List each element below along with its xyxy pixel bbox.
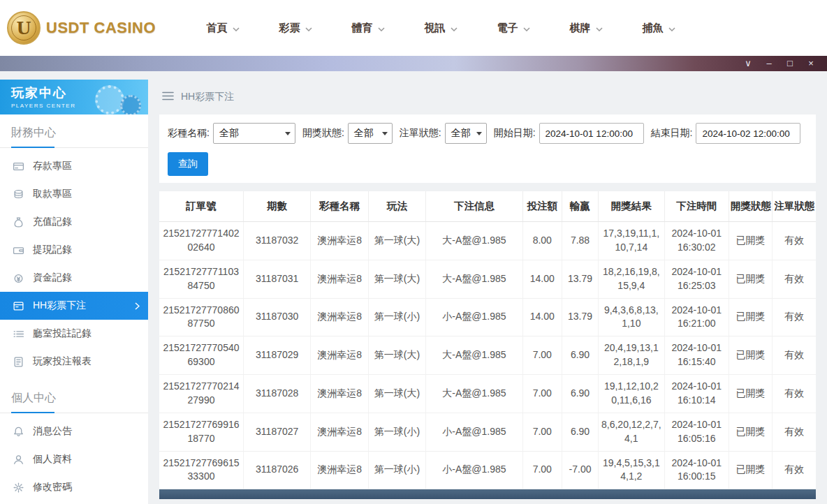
nav-item-label: 捕魚: [643, 22, 664, 35]
bank-card-icon: [13, 161, 24, 172]
column-header-period: 期數: [244, 191, 311, 222]
start-date-label: 開始日期:: [494, 127, 536, 140]
cell-play-type: 第一球(小): [368, 413, 425, 451]
column-header-draw-status: 開獎狀態: [729, 191, 772, 222]
hamburger-menu-icon[interactable]: [162, 91, 174, 103]
table-row: 2152172776991618770 31187027 澳洲幸运8 第一球(小…: [159, 413, 816, 451]
start-date-input[interactable]: [539, 123, 644, 144]
cell-order-number: 2152172777054069300: [159, 336, 244, 375]
sidebar-item-hall-bet-record[interactable]: 廳室投註記錄: [0, 320, 148, 348]
end-date-filter: 結束日期:: [651, 123, 801, 144]
nav-item-home[interactable]: 首頁: [186, 22, 259, 35]
sidebar-item-label: 玩家投注報表: [33, 355, 92, 368]
sidebar-item-label: 取款專區: [33, 188, 72, 200]
cell-draw-status: 已開獎: [729, 451, 772, 489]
cell-bet-amount: 7.00: [522, 336, 562, 375]
bet-status-select[interactable]: 全部: [445, 123, 487, 144]
nav-item-label: 彩票: [279, 22, 300, 35]
sidebar-item-deposit[interactable]: 存款專區: [0, 152, 148, 180]
sidebar-item-profile[interactable]: 個人資料: [0, 445, 148, 473]
cell-bet-amount: 14.00: [522, 260, 562, 298]
sidebar-subtitle: PLAYERS CENTER: [11, 103, 148, 109]
end-date-input[interactable]: [696, 123, 800, 144]
chevron-down-icon: [451, 22, 458, 34]
cell-bet-status: 有效: [773, 336, 816, 375]
bottom-scroll-bar[interactable]: [159, 489, 816, 499]
lottery-ticket-icon: [13, 300, 24, 312]
chevron-down-icon: [596, 22, 603, 34]
search-button[interactable]: 查詢: [168, 152, 208, 176]
nav-item-label: 棋牌: [570, 22, 591, 35]
cell-bet-info: 大-A盤@1.985: [426, 336, 523, 375]
maximize-button[interactable]: □: [780, 56, 800, 71]
end-date-label: 結束日期:: [651, 127, 693, 140]
cell-order-number: 2152172776991618770: [159, 413, 244, 451]
cell-win-loss: 13.79: [562, 298, 598, 336]
cell-bet-time: 2024-10-01 16:05:16: [664, 413, 729, 451]
cell-bet-info: 小-A盤@1.985: [426, 298, 523, 336]
cell-bet-amount: 14.00: [522, 298, 562, 336]
table-row: 2152172776961533300 31187026 澳洲幸运8 第一球(小…: [159, 451, 816, 489]
table-row: 2152172777140202640 31187032 澳洲幸运8 第一球(大…: [159, 222, 816, 260]
cell-draw-result: 17,3,19,11,1,10,7,14: [599, 222, 664, 260]
cell-lottery-name: 澳洲幸运8: [311, 336, 368, 375]
cell-bet-time: 2024-10-01 16:10:14: [664, 375, 729, 413]
sidebar-item-fund-record[interactable]: 資金記錄: [0, 264, 148, 292]
workspace: 玩家中心 PLAYERS CENTER 財務中心 存款專區 取款專區 充值記錄 …: [0, 71, 827, 504]
cell-bet-status: 有效: [773, 413, 816, 451]
brand-name: USDT CASINO: [46, 19, 156, 37]
cell-draw-status: 已開獎: [729, 260, 772, 298]
minimize-button[interactable]: –: [759, 56, 780, 71]
chevron-down-button[interactable]: ∨: [738, 56, 759, 71]
sidebar-item-withdraw[interactable]: 取款專區: [0, 180, 148, 208]
cell-draw-status: 已開獎: [729, 222, 772, 260]
table-row: 2152172777021427990 31187028 澳洲幸运8 第一球(大…: [159, 375, 816, 413]
column-header-result: 開獎結果: [599, 191, 664, 222]
sidebar-item-label: 廳室投註記錄: [33, 327, 92, 340]
wallet-icon: [13, 244, 24, 256]
lottery-type-select[interactable]: 全部: [213, 123, 295, 144]
cell-bet-status: 有效: [773, 298, 816, 336]
sidebar: 玩家中心 PLAYERS CENTER 財務中心 存款專區 取款專區 充值記錄 …: [0, 80, 148, 504]
cell-bet-time: 2024-10-01 16:21:00: [664, 298, 729, 336]
cell-bet-status: 有效: [773, 451, 816, 489]
nav-item-video[interactable]: 視訊: [404, 22, 477, 35]
cell-bet-info: 大-A盤@1.985: [426, 375, 523, 413]
nav-item-fishing[interactable]: 捕魚: [622, 22, 695, 35]
nav-item-lottery[interactable]: 彩票: [259, 22, 332, 35]
filter-actions: 查詢: [168, 152, 807, 176]
nav-item-sports[interactable]: 體育: [332, 22, 404, 35]
draw-status-label: 開獎狀態:: [302, 127, 344, 140]
cell-play-type: 第一球(大): [368, 336, 425, 375]
sidebar-item-player-bet-report[interactable]: 玩家投注報表: [0, 348, 148, 376]
top-header: U USDT CASINO 首頁 彩票 體育 視訊 電子 棋牌 捕魚: [0, 0, 827, 56]
sidebar-item-announcements[interactable]: 消息公告: [0, 417, 148, 445]
cell-order-number: 2152172777086087750: [159, 298, 244, 336]
draw-status-select[interactable]: 全部: [348, 123, 393, 144]
cell-draw-result: 19,4,5,15,3,14,1,2: [599, 451, 664, 489]
nav-item-label: 體育: [352, 22, 373, 35]
cell-draw-result: 19,1,12,10,20,11,6,16: [599, 375, 664, 413]
cell-period: 31187032: [244, 222, 311, 260]
cell-win-loss: 7.88: [562, 222, 598, 260]
sidebar-item-change-password[interactable]: 修改密碼: [0, 473, 148, 501]
nav-item-electronic[interactable]: 電子: [477, 22, 550, 35]
nav-item-label: 電子: [497, 22, 518, 35]
cell-win-loss: 6.90: [562, 336, 598, 375]
cell-win-loss: 6.90: [562, 375, 598, 413]
sidebar-item-label: 修改密碼: [33, 481, 72, 494]
table-header-row: 訂單號 期數 彩種名稱 玩法 下注信息 投注額 輸贏 開獎結果 下注時間 開獎狀…: [159, 191, 816, 222]
cell-bet-time: 2024-10-01 16:30:02: [664, 222, 729, 260]
table-body: 2152172777140202640 31187032 澳洲幸运8 第一球(大…: [159, 222, 816, 489]
nav-item-board-games[interactable]: 棋牌: [550, 22, 622, 35]
select-caret-icon: [285, 132, 291, 135]
finance-menu: 存款專區 取款專區 充值記錄 提現記錄 資金記錄 HH彩票下注: [0, 148, 148, 380]
sidebar-item-label: 充值記錄: [33, 216, 72, 228]
page-title: HH彩票下注: [181, 91, 234, 103]
sidebar-item-hh-lottery-bet[interactable]: HH彩票下注: [0, 292, 148, 320]
sidebar-item-recharge-record[interactable]: 充值記錄: [0, 208, 148, 236]
cell-draw-result: 18,2,16,19,8,15,9,4: [599, 260, 664, 298]
close-button[interactable]: ×: [800, 56, 821, 71]
sidebar-item-withdrawal-record[interactable]: 提現記錄: [0, 236, 148, 264]
draw-status-filter: 開獎狀態: 全部: [302, 123, 393, 144]
